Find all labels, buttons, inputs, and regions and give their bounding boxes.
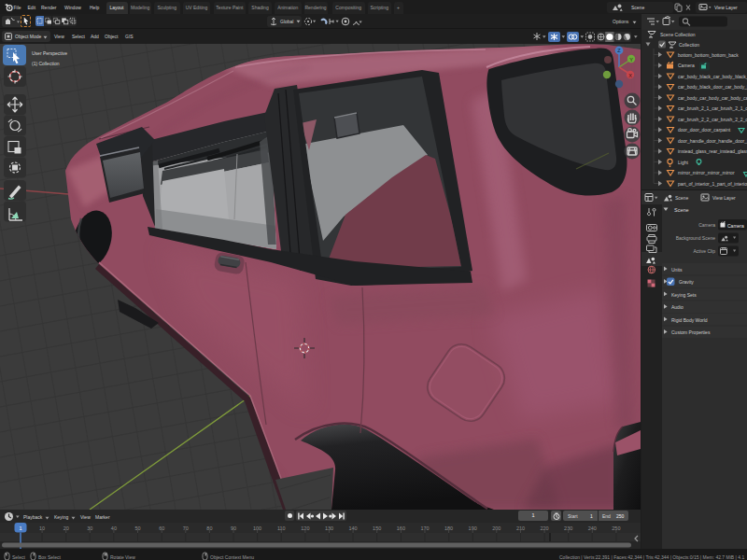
svg-text:User Perspective: User Perspective xyxy=(32,50,67,56)
svg-text:Gravity: Gravity xyxy=(679,279,694,285)
svg-text:(1) Collection: (1) Collection xyxy=(32,61,60,66)
svg-text:Rotate View: Rotate View xyxy=(110,554,135,560)
svg-text:Custom Properties: Custom Properties xyxy=(671,329,711,335)
svg-text:mirror_mirror_mirror_mirror: mirror_mirror_mirror_mirror xyxy=(678,170,735,175)
svg-text:Units: Units xyxy=(671,267,683,273)
svg-text:Scene: Scene xyxy=(675,195,688,201)
svg-text:Light: Light xyxy=(678,160,688,165)
svg-text:door_handle_door_handle_door_h: door_handle_door_handle_door_ha xyxy=(678,138,747,144)
svg-text:Collection | Verts:22,391 | Fa: Collection | Verts:22,391 | Faces:42,344… xyxy=(559,554,744,560)
svg-text:Camera: Camera xyxy=(698,222,715,228)
svg-text:Scene Collection: Scene Collection xyxy=(660,32,696,37)
svg-text:Box Select: Box Select xyxy=(38,554,62,560)
svg-text:Keying Sets: Keying Sets xyxy=(671,292,697,298)
svg-text:bottom_bottom_bottom_back: bottom_bottom_bottom_back xyxy=(678,52,739,58)
svg-text:X: X xyxy=(628,73,632,78)
svg-text:Y: Y xyxy=(629,57,633,63)
svg-text:Scene: Scene xyxy=(674,207,689,213)
svg-text:1: 1 xyxy=(19,525,21,531)
svg-text:part_of_interior_1_part_of_int: part_of_interior_1_part_of_interior xyxy=(678,181,747,187)
svg-text:instead_glass_rear_instead_gla: instead_glass_rear_instead_glass_ xyxy=(678,148,747,154)
svg-text:Camera: Camera xyxy=(727,223,744,229)
svg-text:Background Scene: Background Scene xyxy=(676,235,715,241)
svg-text:Audio: Audio xyxy=(671,304,684,310)
svg-text:View Layer: View Layer xyxy=(712,195,736,201)
svg-text:Camera: Camera xyxy=(678,63,695,68)
svg-text:car_body_black_door_car_body_b: car_body_black_door_car_body_bl xyxy=(678,84,747,90)
svg-text:Active Clip: Active Clip xyxy=(693,248,715,254)
svg-text:door_door_door_carpaint: door_door_door_carpaint xyxy=(678,127,731,133)
svg-text:Collection: Collection xyxy=(679,42,699,48)
svg-text:car_brush_2_2_car_brush_2_2_ca: car_brush_2_2_car_brush_2_2_car xyxy=(678,117,747,122)
svg-text:Rigid Body World: Rigid Body World xyxy=(671,317,708,323)
svg-text:Select: Select xyxy=(12,554,26,560)
svg-text:car_body_car_body_car_body_car: car_body_car_body_car_body_carp xyxy=(678,95,747,101)
svg-text:Object Context Menu: Object Context Menu xyxy=(210,554,254,560)
svg-text:car_body_black_car_body_black_: car_body_black_car_body_black_c xyxy=(678,74,747,79)
svg-text:car_brush_2_1_car_brush_2_1_ca: car_brush_2_1_car_brush_2_1_car xyxy=(678,105,747,111)
